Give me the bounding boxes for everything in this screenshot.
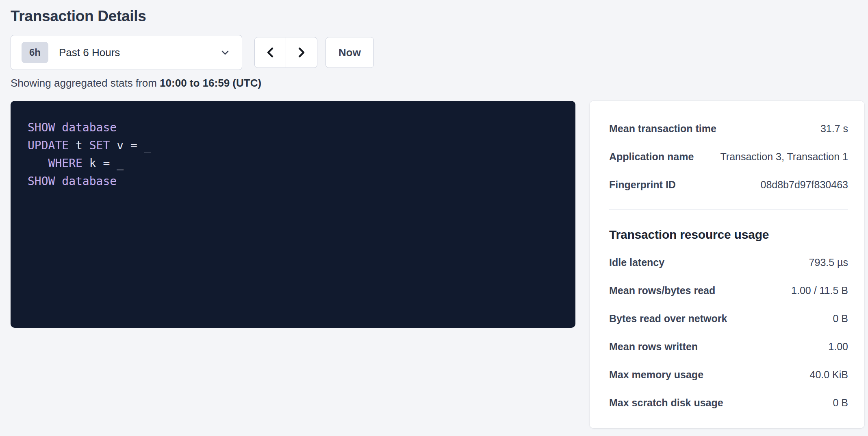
stat-value: 1.00 / 11.5 B (791, 285, 848, 296)
sql-code-line: SHOW database (28, 119, 563, 137)
stat-value: 40.0 KiB (809, 369, 848, 381)
transaction-details-card: Mean transaction time31.7 sApplication n… (590, 101, 864, 428)
stat-value: 0 B (833, 397, 848, 409)
stat-label: Fingerprint ID (609, 179, 676, 191)
stat-label: Max scratch disk usage (609, 397, 723, 409)
stat-row: Bytes read over network0 B (609, 305, 848, 333)
stat-row: Max memory usage40.0 KiB (609, 361, 848, 389)
stat-row: Application nameTransaction 3, Transacti… (609, 143, 848, 171)
sql-statement-box: SHOW databaseUPDATE t SET v = _ WHERE k … (11, 101, 575, 328)
stat-label: Mean rows written (609, 341, 698, 353)
next-range-button[interactable] (286, 37, 317, 68)
chevron-down-icon (220, 47, 230, 58)
sql-code-line: UPDATE t SET v = _ (28, 137, 563, 155)
stat-value: Transaction 3, Transaction 1 (720, 151, 848, 163)
resource-usage-heading-row: Transaction resource usage (609, 220, 848, 249)
time-controls: 6h Past 6 Hours (11, 35, 868, 70)
card-divider (609, 209, 848, 210)
aggregation-range: 10:00 to 16:59 (UTC) (160, 77, 261, 89)
sql-code-line: WHERE k = _ (28, 155, 563, 172)
stat-label: Mean transaction time (609, 123, 716, 135)
stat-label: Idle latency (609, 257, 664, 268)
stat-row: Mean rows/bytes read1.00 / 11.5 B (609, 277, 848, 305)
transaction-details-page: Transaction Details 6h Past 6 Hours (0, 0, 868, 436)
page-title: Transaction Details (11, 7, 868, 26)
sql-code-line: SHOW database (28, 172, 563, 190)
summary-stats: Mean transaction time31.7 sApplication n… (609, 115, 848, 199)
stat-value: 08d8b7d97f830463 (760, 179, 848, 191)
time-range-nav (254, 37, 317, 68)
stat-row: Fingerprint ID08d8b7d97f830463 (609, 171, 848, 199)
stat-label: Max memory usage (609, 369, 703, 381)
time-range-select[interactable]: 6h Past 6 Hours (11, 35, 242, 70)
stat-value: 31.7 s (820, 123, 848, 135)
stat-label: Application name (609, 151, 694, 163)
time-range-label: Past 6 Hours (59, 46, 120, 59)
stat-row: Mean transaction time31.7 s (609, 115, 848, 143)
stat-value: 1.00 (828, 341, 848, 353)
now-button[interactable]: Now (326, 37, 374, 68)
aggregation-subtitle-prefix: Showing aggregated stats from (11, 77, 160, 89)
stat-label: Mean rows/bytes read (609, 285, 715, 296)
stat-label: Bytes read over network (609, 313, 727, 325)
stat-value: 793.5 µs (809, 257, 848, 268)
stat-row: Idle latency793.5 µs (609, 249, 848, 277)
resource-usage-heading: Transaction resource usage (609, 228, 769, 242)
chevron-left-icon (265, 46, 276, 59)
stat-value: 0 B (833, 313, 848, 325)
time-range-badge: 6h (22, 42, 48, 63)
prev-range-button[interactable] (254, 37, 286, 68)
stat-row: Mean rows written1.00 (609, 333, 848, 361)
chevron-right-icon (296, 46, 307, 59)
main-content: SHOW databaseUPDATE t SET v = _ WHERE k … (11, 101, 868, 428)
resource-usage-stats: Idle latency793.5 µsMean rows/bytes read… (609, 249, 848, 417)
aggregation-subtitle: Showing aggregated stats from 10:00 to 1… (11, 76, 868, 90)
stat-row: Max scratch disk usage0 B (609, 389, 848, 417)
